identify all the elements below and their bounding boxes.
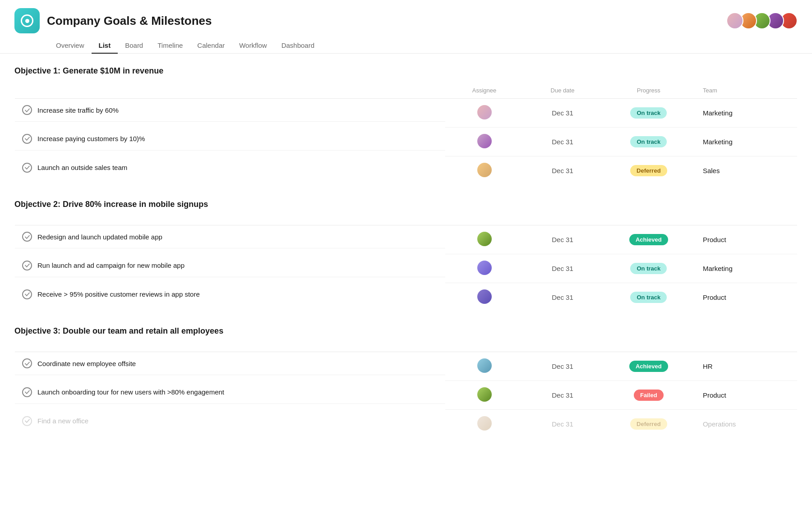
progress-cell: On track <box>602 128 696 156</box>
objective-section-3: Objective 3: Double our team and retain … <box>14 326 798 439</box>
col-header-due <box>523 216 602 225</box>
task-name: Find a new office <box>37 417 88 425</box>
col-header-team <box>696 343 798 352</box>
task-cell: Redesign and launch updated mobile app <box>15 225 445 248</box>
check-icon[interactable] <box>22 289 32 299</box>
app-icon-dot <box>25 19 29 23</box>
due-date-cell: Dec 31 <box>523 156 602 185</box>
progress-cell: Failed <box>602 381 696 410</box>
task-cell: Increase paying customers by 10)% <box>15 128 445 151</box>
assignee-cell <box>445 128 524 156</box>
status-badge: On track <box>630 263 667 274</box>
table-row[interactable]: Run launch and ad campaign for new mobil… <box>15 254 798 283</box>
assignee-avatar <box>477 289 492 304</box>
check-icon[interactable] <box>22 105 32 115</box>
progress-cell: On track <box>602 283 696 312</box>
team-cell: Product <box>696 225 798 254</box>
check-icon[interactable] <box>22 261 32 270</box>
check-icon[interactable] <box>22 163 32 173</box>
table-row[interactable]: Redesign and launch updated mobile app D… <box>15 225 798 254</box>
task-name: Launch an outside sales team <box>37 164 127 171</box>
assignee-avatar <box>477 387 492 402</box>
check-icon[interactable] <box>22 134 32 144</box>
table-row[interactable]: Increase paying customers by 10)% Dec 31… <box>15 128 798 156</box>
table-row[interactable]: Launch an outside sales team Dec 31 Defe… <box>15 156 798 185</box>
table-row[interactable]: Find a new office Dec 31 Deferred Operat… <box>15 410 798 439</box>
table-row[interactable]: Increase site traffic by 60% Dec 31 On t… <box>15 99 798 128</box>
status-badge: Failed <box>634 390 664 401</box>
tab-list[interactable]: List <box>92 38 118 54</box>
col-header-assignee <box>445 343 524 352</box>
table-row[interactable]: Receive > 95% positive customer reviews … <box>15 283 798 312</box>
task-cell: Find a new office <box>15 410 445 432</box>
assignee-avatar <box>477 105 492 119</box>
tab-dashboard[interactable]: Dashboard <box>274 38 322 54</box>
check-icon[interactable] <box>22 387 32 397</box>
team-cell: Marketing <box>696 128 798 156</box>
tab-workflow[interactable]: Workflow <box>232 38 274 54</box>
due-date-cell: Dec 31 <box>523 254 602 283</box>
table-row[interactable]: Coordinate new employee offsite Dec 31 A… <box>15 352 798 381</box>
task-cell: Increase site traffic by 60% <box>15 99 445 122</box>
status-badge: Achieved <box>629 234 668 245</box>
team-cell: HR <box>696 352 798 381</box>
app-icon <box>14 8 40 33</box>
task-name: Redesign and launch updated mobile app <box>37 233 162 241</box>
col-header-due: Due date <box>523 83 602 99</box>
tab-overview[interactable]: Overview <box>49 38 92 54</box>
task-name: Increase paying customers by 10)% <box>37 135 145 142</box>
tab-timeline[interactable]: Timeline <box>150 38 190 54</box>
table-row[interactable]: Launch onboarding tour for new users wit… <box>15 381 798 410</box>
assignee-cell <box>445 225 524 254</box>
progress-cell: Achieved <box>602 225 696 254</box>
due-date-cell: Dec 31 <box>523 381 602 410</box>
task-cell: Run launch and ad campaign for new mobil… <box>15 254 445 277</box>
team-cell: Sales <box>696 156 798 185</box>
app-icon-inner <box>21 14 33 27</box>
col-header-progress <box>602 343 696 352</box>
header-left: Company Goals & Milestones <box>14 8 212 33</box>
progress-cell: Achieved <box>602 352 696 381</box>
assignee-avatar <box>477 416 492 431</box>
task-cell: Launch onboarding tour for new users wit… <box>15 381 445 404</box>
status-badge: On track <box>630 292 667 303</box>
tab-calendar[interactable]: Calendar <box>190 38 232 54</box>
team-cell: Marketing <box>696 254 798 283</box>
col-header-team <box>696 216 798 225</box>
check-icon[interactable] <box>22 232 32 242</box>
due-date-cell: Dec 31 <box>523 352 602 381</box>
team-cell: Operations <box>696 410 798 439</box>
table-header-row <box>15 216 798 225</box>
goal-table-3: Coordinate new employee offsite Dec 31 A… <box>14 342 798 439</box>
progress-cell: On track <box>602 254 696 283</box>
col-header-team: Team <box>696 83 798 99</box>
task-name: Launch onboarding tour for new users wit… <box>37 388 224 396</box>
due-date-cell: Dec 31 <box>523 225 602 254</box>
status-badge: On track <box>630 107 667 119</box>
due-date-cell: Dec 31 <box>523 128 602 156</box>
page-header: Company Goals & Milestones <box>0 0 812 33</box>
assignee-cell <box>445 283 524 312</box>
col-header-progress <box>602 216 696 225</box>
status-badge: Deferred <box>630 418 667 430</box>
main-content: Objective 1: Generate $10M in revenue As… <box>0 54 812 466</box>
objective-title-3: Objective 3: Double our team and retain … <box>14 326 798 336</box>
team-cell: Product <box>696 381 798 410</box>
check-icon[interactable] <box>22 416 32 426</box>
task-name: Increase site traffic by 60% <box>37 106 119 114</box>
progress-cell: Deferred <box>602 410 696 439</box>
check-icon[interactable] <box>22 358 32 368</box>
task-name: Coordinate new employee offsite <box>37 360 136 367</box>
team-cell: Marketing <box>696 99 798 128</box>
col-header-assignee: Assignee <box>445 83 524 99</box>
task-cell: Coordinate new employee offsite <box>15 352 445 375</box>
page-title: Company Goals & Milestones <box>47 14 212 28</box>
objective-title-1: Objective 1: Generate $10M in revenue <box>14 66 798 76</box>
objective-section-2: Objective 2: Drive 80% increase in mobil… <box>14 200 798 312</box>
progress-cell: On track <box>602 99 696 128</box>
tab-board[interactable]: Board <box>118 38 150 54</box>
col-header-due <box>523 343 602 352</box>
col-header-task <box>15 216 445 225</box>
assignee-cell <box>445 156 524 185</box>
nav-tabs: Overview List Board Timeline Calendar Wo… <box>0 33 812 54</box>
